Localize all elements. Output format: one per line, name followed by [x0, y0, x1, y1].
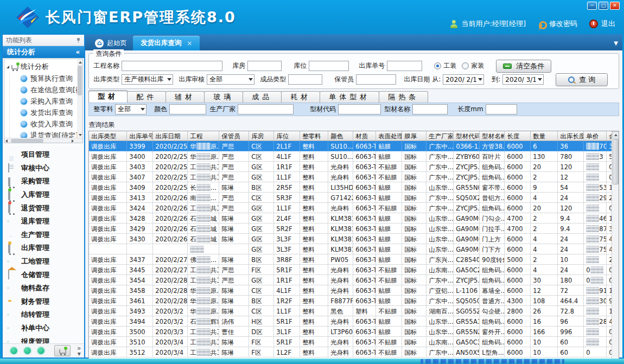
table-row[interactable]: 调拨出库35002020/3/3工共工程曹佳D区3L1F整料LT3P606063…: [89, 327, 619, 337]
tree-item[interactable]: 在途信息查询[待: [9, 84, 82, 95]
column-header[interactable]: 数量: [531, 131, 558, 141]
green-dot-icon[interactable]: [37, 347, 44, 354]
sidebar-item[interactable]: 工地管理: [8, 255, 84, 269]
radio-jiazhuang-label[interactable]: 家装: [471, 61, 484, 71]
column-header[interactable]: 单价: [584, 131, 607, 141]
table-row[interactable]: 调拨出库34932020/3/2华原...陈琳C区1L1F整料黑色塑料不贴膜国标…: [89, 306, 619, 316]
factory-input[interactable]: [238, 104, 294, 114]
column-header[interactable]: 保管员: [219, 131, 249, 141]
column-header[interactable]: 出库类型: [89, 131, 127, 141]
radio-jiazhuang[interactable]: [462, 62, 469, 69]
logout-label[interactable]: 退出: [601, 19, 615, 29]
profile-code-input[interactable]: [338, 104, 381, 114]
sidebar-item[interactable]: 审核中心: [8, 162, 84, 175]
close-button[interactable]: ✕: [610, 2, 620, 10]
logout-button[interactable]: 退出: [589, 19, 615, 29]
search-button[interactable]: 查 询: [556, 73, 608, 86]
column-header[interactable]: 库位: [274, 131, 300, 141]
outbound-type-select[interactable]: 生产领料出库: [122, 74, 173, 85]
tree-item[interactable]: 采购入库查询: [9, 95, 82, 107]
column-header[interactable]: 出库单号: [127, 131, 153, 141]
change-password-button[interactable]: 修改密码: [538, 19, 577, 29]
collapse-icon[interactable]: «: [76, 48, 80, 56]
table-row[interactable]: 调拨出库34282020/2/26石城陈琳G区2L4F整料KLM38176063…: [89, 213, 619, 223]
table-row[interactable]: 调拨出库34092020/2/25长...陈琳B区2R5F整料LI35HD606…: [89, 182, 619, 193]
table-row[interactable]: G区3L3F整料KLM38176063-T5贴膜国标山东华...GA90M09.…: [89, 244, 619, 254]
column-header[interactable]: 出库日期: [153, 131, 188, 141]
sidebar-item[interactable]: 报废管理: [8, 335, 84, 343]
scroll-left-icon[interactable]: [5, 139, 8, 143]
whole-piece-select[interactable]: 全部: [115, 104, 147, 114]
expand-triangle-icon[interactable]: [7, 66, 9, 68]
column-header[interactable]: 长度: [505, 131, 531, 141]
sidebar-item[interactable]: 补单中心: [8, 322, 84, 335]
table-row[interactable]: 调拨出库34452020/2/27工共工程严思F区5R1F整料光身料6063-T…: [89, 265, 619, 275]
tab-home[interactable]: ⌂ 起始页: [88, 36, 133, 50]
scroll-up-icon[interactable]: [614, 134, 617, 136]
maximize-button[interactable]: □: [598, 2, 608, 10]
sidebar-item[interactable]: 物料盘存: [8, 282, 84, 295]
change-password-label[interactable]: 修改密码: [549, 19, 577, 29]
material-tab[interactable]: 单体型材: [320, 91, 379, 103]
scroll-up-icon[interactable]: [79, 61, 82, 63]
material-tab[interactable]: 耗材: [281, 91, 320, 103]
sidebar-item[interactable]: 项目管理: [8, 148, 84, 162]
tab-shipping-outbound-query[interactable]: 发货出库查询 ×: [133, 36, 200, 50]
table-row[interactable]: 调拨出库34032020/2/25工共工程严思G区1R1F整料光身料6063-T…: [89, 162, 619, 172]
sidebar-section-header[interactable]: 统计分析 «: [3, 46, 84, 58]
outbound-order-input[interactable]: [387, 61, 422, 71]
tree-item[interactable]: 退货查询[待定]: [9, 130, 82, 138]
cart-button[interactable]: [54, 345, 71, 356]
tab-list-dropdown-icon[interactable]: ▼: [614, 40, 618, 46]
outbound-audit-select[interactable]: 全部: [207, 74, 254, 85]
column-header[interactable]: 材质: [353, 131, 376, 141]
sidebar-item[interactable]: 退货管理: [8, 201, 84, 215]
radio-gongzhuang[interactable]: [434, 62, 441, 69]
material-tab[interactable]: 玻璃: [204, 91, 243, 103]
sidebar-item[interactable]: 退库管理: [8, 215, 84, 228]
tab-close-icon[interactable]: ×: [187, 40, 192, 47]
sidebar-item[interactable]: 财务管理: [8, 295, 84, 309]
sidebar-item[interactable]: 出库管理: [8, 241, 84, 255]
table-row[interactable]: 调拨出库35122020/3/4工共工程陈琳F区1L2F整料光身料6063-T5…: [89, 347, 619, 357]
tree-item[interactable]: 收货入库查询: [9, 118, 82, 130]
column-header[interactable]: 膜厚: [402, 131, 426, 141]
table-row[interactable]: 调拨出库34072020/2/25工共工程严思G区1L1F整料光身料6063-T…: [89, 172, 619, 182]
pin-icon[interactable]: [76, 38, 81, 43]
sidebar-item[interactable]: 结转管理: [8, 308, 84, 322]
green-dot-icon[interactable]: [24, 347, 31, 354]
column-header[interactable]: 颜色: [328, 131, 353, 141]
material-tab[interactable]: 型材: [88, 90, 128, 103]
column-header[interactable]: 型材代码: [454, 131, 480, 141]
table-vertical-scrollbar[interactable]: [612, 131, 619, 364]
sidebar-item[interactable]: 入库管理: [8, 188, 84, 202]
product-type-input[interactable]: [288, 74, 322, 85]
table-row[interactable]: 调拨出库34132020/2/26南...严思C区5R3F整料G71422606…: [89, 193, 619, 203]
table-row[interactable]: 调拨出库35102020/3/4工共工程陈琳F区5R1F整料光身料6063-T5…: [89, 337, 619, 347]
sidebar-item[interactable]: 采购管理: [8, 175, 84, 188]
table-row[interactable]: 调拨出库34292020/2/26石城陈琳G区5R2F整料KLM38176063…: [89, 223, 619, 234]
table-row[interactable]: 调拨出库34302020/2/26石城陈琳G区3L3F整料KLM38176063…: [89, 234, 619, 244]
material-tab[interactable]: 辅材: [165, 91, 205, 103]
clear-conditions-button[interactable]: 清空条件: [496, 60, 551, 73]
tree-item[interactable]: 发货出库查询: [9, 107, 82, 118]
column-header[interactable]: 工程: [188, 131, 219, 141]
column-header[interactable]: 生产厂家: [426, 131, 454, 141]
green-dot-icon[interactable]: [10, 347, 17, 354]
tree-root[interactable]: 统计分析: [7, 61, 82, 73]
overflow-chevron[interactable]: »▾: [77, 346, 81, 356]
date-from-select[interactable]: 2020/ 2/16: [443, 74, 484, 85]
table-row[interactable]: 调拨出库33992020/2/25华原...严思C区2L1F整料SU10...6…: [89, 141, 619, 151]
scroll-right-icon[interactable]: [72, 139, 74, 143]
tree-vertical-scrollbar[interactable]: [77, 59, 82, 138]
table-row[interactable]: 调拨出库34582020/2/28华原...陈琳C区4L1F整料光身料6063-…: [89, 285, 619, 296]
table-row[interactable]: 调拨出库34242020/2/26工共工程严思G区1L1F整料光身料6063-T…: [89, 203, 619, 213]
column-header[interactable]: 库房: [249, 131, 274, 141]
table-row[interactable]: 调拨出库34542020/2/28工共工程严思G区1R1F整料光身料6063-T…: [89, 275, 619, 285]
color-input[interactable]: [169, 104, 206, 114]
tree-horizontal-scrollbar[interactable]: [4, 138, 82, 143]
profile-name-input[interactable]: [412, 104, 448, 114]
sidebar-item[interactable]: 仓储管理: [8, 268, 84, 282]
table-row[interactable]: 调拨出库34942020/3/2石辉城汤伟H区5R1F整料光身料6063-T5贴…: [89, 316, 619, 327]
keeper-input[interactable]: [356, 74, 396, 85]
